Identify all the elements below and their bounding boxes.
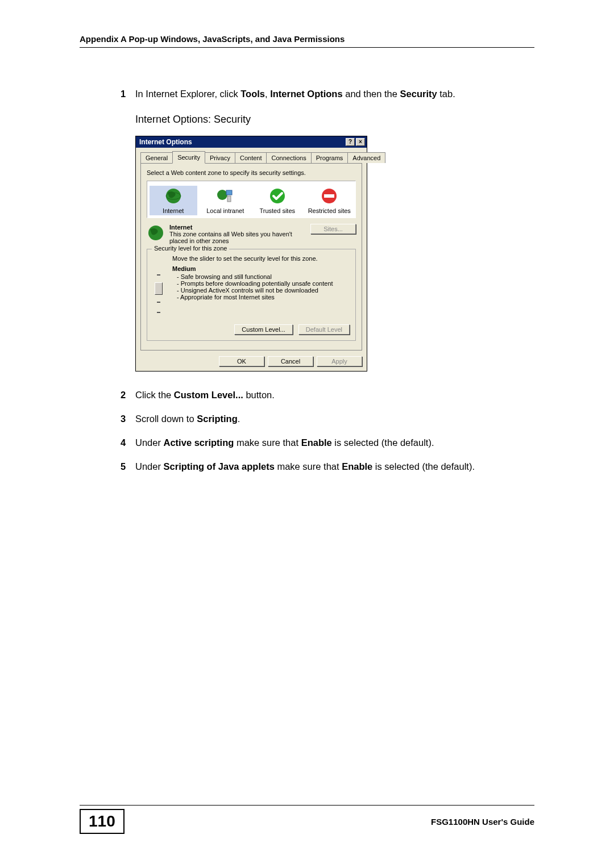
level-point: - Unsigned ActiveX controls will not be … (177, 287, 350, 294)
bold-text: Custom Level... (174, 390, 243, 400)
zone-internet[interactable]: Internet (150, 186, 197, 215)
ok-button[interactable]: OK (219, 356, 264, 366)
zone-description-row: Internet This zone contains all Web site… (147, 224, 356, 244)
step-5: 5 Under Scripting of Java applets make s… (121, 460, 534, 474)
default-level-button[interactable]: Default Level (298, 324, 350, 335)
level-point: - Prompts before downloading potentially… (177, 280, 350, 287)
tab-security[interactable]: Security (172, 151, 205, 164)
step-text: Scroll down to Scripting. (135, 412, 534, 426)
text: . (238, 414, 240, 424)
dialog-title: Internet Options (139, 138, 192, 146)
text: and then the (343, 89, 400, 99)
tab-general[interactable]: General (140, 152, 173, 163)
intranet-icon (216, 187, 234, 205)
content-area: 1 In Internet Explorer, click Tools, Int… (121, 87, 534, 474)
text: Scroll down to (135, 414, 197, 424)
text: Click the (135, 390, 174, 400)
zone-list: Internet Local intranet (147, 181, 356, 218)
svg-rect-4 (227, 196, 231, 202)
step-text: Under Scripting of Java applets make sur… (135, 460, 534, 474)
level-point: - Appropriate for most Internet sites (177, 294, 350, 301)
slider-thumb[interactable] (155, 282, 163, 295)
step-text: Click the Custom Level... button. (135, 389, 534, 402)
text: Under (135, 461, 164, 471)
trusted-icon (268, 187, 287, 205)
tab-connections[interactable]: Connections (266, 152, 311, 163)
step-4: 4 Under Active scripting make sure that … (121, 436, 534, 450)
tab-privacy[interactable]: Privacy (205, 152, 235, 163)
globe-icon (147, 224, 165, 242)
security-level-name: Medium (172, 265, 350, 272)
svg-point-2 (217, 190, 227, 200)
close-button[interactable]: × (356, 138, 365, 146)
zone-label: Internet (163, 207, 184, 214)
text: tab. (437, 89, 455, 99)
tab-advanced[interactable]: Advanced (347, 152, 385, 163)
step-number: 5 (121, 460, 135, 474)
slider-instruction: Move the slider to set the security leve… (172, 255, 350, 262)
tab-programs[interactable]: Programs (311, 152, 349, 163)
step-text: Under Active scripting make sure that En… (135, 436, 534, 450)
tab-strip: General Security Privacy Content Connect… (140, 151, 362, 163)
text: is selected (the default). (332, 437, 434, 448)
zone-trusted-sites[interactable]: Trusted sites (254, 186, 301, 215)
restricted-icon (320, 187, 338, 205)
guide-title: FSG1100HN User's Guide (431, 817, 534, 827)
bold-text: Internet Options (270, 89, 342, 99)
globe-icon (164, 187, 182, 205)
figure-caption: Internet Options: Security (135, 114, 534, 126)
step-number: 3 (121, 412, 135, 426)
svg-point-5 (270, 189, 285, 203)
slider-description: Medium - Safe browsing and still functio… (172, 265, 350, 318)
zone-label: Restricted sites (308, 207, 351, 214)
sites-button[interactable]: Sites... (310, 224, 356, 234)
step-text: In Internet Explorer, click Tools, Inter… (135, 87, 534, 101)
zone-name: Internet (169, 224, 306, 231)
zone-local-intranet[interactable]: Local intranet (202, 186, 250, 215)
zone-restricted-sites[interactable]: Restricted sites (306, 186, 354, 215)
text: In Internet Explorer, click (135, 89, 240, 99)
bold-text: Security (400, 89, 437, 99)
svg-rect-7 (324, 194, 334, 198)
step-number: 4 (121, 436, 135, 450)
security-tab-panel: Select a Web content zone to specify its… (140, 163, 362, 350)
bold-text: Scripting (197, 414, 238, 424)
level-point: - Safe browsing and still functional (177, 273, 350, 280)
zone-instruction: Select a Web content zone to specify its… (147, 169, 356, 176)
apply-button[interactable]: Apply (317, 356, 362, 366)
text: button. (243, 390, 275, 400)
step-number: 1 (121, 87, 135, 101)
svg-rect-3 (226, 190, 232, 195)
bold-text: Active scripting (164, 437, 234, 448)
text: make sure that (234, 437, 301, 448)
page-number: 110 (80, 809, 125, 834)
text: is selected (the default). (372, 461, 475, 471)
text: make sure that (275, 461, 342, 471)
page-header: Appendix A Pop-up Windows, JavaScripts, … (80, 34, 534, 48)
step-2: 2 Click the Custom Level... button. (121, 389, 534, 402)
dialog-titlebar: Internet Options ? × (136, 136, 367, 148)
step-number: 2 (121, 389, 135, 402)
help-button[interactable]: ? (346, 138, 355, 146)
bold-text: Tools (240, 89, 265, 99)
bold-text: Enable (301, 437, 332, 448)
internet-options-dialog: Internet Options ? × General Security Pr… (135, 136, 367, 372)
bold-text: Enable (342, 461, 372, 471)
tab-content[interactable]: Content (235, 152, 267, 163)
text: Under (135, 437, 164, 448)
step-3: 3 Scroll down to Scripting. (121, 412, 534, 426)
step-1: 1 In Internet Explorer, click Tools, Int… (121, 87, 534, 101)
zone-description: This zone contains all Web sites you hav… (169, 231, 306, 244)
security-level-fieldset: Security level for this zone Move the sl… (147, 249, 356, 341)
zone-label: Trusted sites (259, 207, 295, 214)
custom-level-button[interactable]: Custom Level... (234, 324, 292, 335)
bold-text: Scripting of Java applets (164, 461, 275, 471)
security-slider[interactable] (153, 265, 164, 318)
cancel-button[interactable]: Cancel (268, 356, 313, 366)
fieldset-legend: Security level for this zone (152, 245, 229, 252)
page-footer: 110 FSG1100HN User's Guide (80, 805, 534, 834)
text: , (265, 89, 270, 99)
zone-label: Local intranet (206, 207, 244, 214)
